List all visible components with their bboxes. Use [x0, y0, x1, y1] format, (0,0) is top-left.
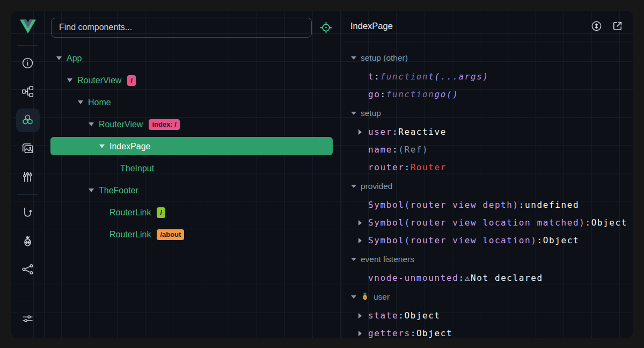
route-badge: index: /	[149, 119, 180, 130]
key-value-separator: :	[398, 310, 404, 321]
sidebar-divider	[17, 301, 38, 301]
component-name: TheInput	[120, 164, 154, 173]
section-expander-icon	[351, 185, 356, 188]
tree-row-routerlink[interactable]: RouterLink/about	[45, 223, 339, 245]
expander-closed-icon[interactable]	[358, 220, 368, 226]
section-expander-icon	[351, 56, 356, 60]
tree-row-thefooter[interactable]: TheFooter	[45, 179, 339, 201]
section-header-event-listeners[interactable]: event listeners	[351, 249, 633, 269]
open-in-editor-icon[interactable]	[611, 19, 624, 32]
expander-open-icon[interactable]	[88, 187, 94, 194]
section-label: provided	[361, 182, 392, 191]
component-name: RouterView	[77, 76, 121, 85]
expander-open-icon[interactable]	[67, 77, 73, 84]
vue-logo	[11, 11, 45, 42]
info-icon	[16, 52, 40, 75]
section-header-setup-other-[interactable]: setup (other)	[351, 48, 633, 68]
section-label: user	[374, 292, 390, 302]
state-value: Reactive	[398, 127, 447, 137]
graph-icon[interactable]	[11, 255, 45, 284]
state-row-router[interactable]: router : Router	[351, 158, 633, 176]
state-value: Not declared	[471, 273, 543, 283]
timeline-icon[interactable]	[11, 163, 45, 191]
component-tree-icon[interactable]	[11, 77, 45, 106]
section-expander-icon	[351, 295, 356, 299]
key-value-separator: :	[537, 235, 543, 245]
state-row-getters[interactable]: getters : Object	[351, 324, 633, 338]
key-value-separator: :	[519, 200, 525, 210]
expander-open-icon[interactable]	[77, 99, 84, 106]
locate-component-icon[interactable]	[319, 20, 333, 34]
tree-row-theinput[interactable]: TheInput	[45, 157, 339, 179]
state-value: Object	[591, 218, 627, 228]
state-row-user[interactable]: user : Reactive	[351, 123, 633, 141]
state-value: undefined	[525, 200, 579, 210]
state-key: Symbol(router view depth)	[368, 200, 519, 210]
assets-icon[interactable]	[11, 134, 45, 163]
tree-row-indexpage[interactable]: IndexPage	[45, 135, 339, 157]
state-row-symbol-router-view-depth-[interactable]: Symbol(router view depth) : undefined	[351, 196, 633, 214]
component-tree: AppRouterView/HomeRouterViewindex: /Inde…	[45, 44, 339, 338]
expander-open-icon[interactable]	[56, 55, 62, 62]
timeline-icon	[16, 165, 40, 189]
section-expander-icon	[351, 112, 356, 115]
state-row-symbol-router-view-location-matched-[interactable]: Symbol(router view location matched) : O…	[351, 214, 633, 231]
component-name: IndexPage	[109, 142, 151, 151]
inspected-component-title: IndexPage	[350, 21, 393, 31]
key-value-separator: :	[374, 71, 380, 82]
pinia-icon	[16, 229, 40, 253]
state-key: getters	[368, 328, 411, 338]
state-row-symbol-router-view-location-[interactable]: Symbol(router view location) : Object	[351, 231, 633, 249]
state-key: state	[368, 310, 398, 321]
tree-row-routerlink[interactable]: RouterLink/	[45, 201, 339, 223]
settings-icon[interactable]	[11, 305, 45, 333]
pinia-icon[interactable]	[11, 227, 45, 255]
component-tree-icon	[16, 80, 40, 104]
tree-row-home[interactable]: Home	[45, 91, 339, 113]
scroll-into-view-icon[interactable]	[590, 19, 603, 32]
state-inspector: setup (other)t : function t(...args)go :…	[343, 41, 633, 338]
tree-row-app[interactable]: App	[45, 47, 339, 69]
expander-closed-icon[interactable]	[358, 331, 368, 336]
component-name: RouterLink	[109, 230, 151, 240]
section-header-provided[interactable]: provided	[351, 176, 633, 196]
expander-closed-icon[interactable]	[358, 313, 368, 318]
state-row-go[interactable]: go : function go()	[351, 85, 633, 103]
panel-splitter[interactable]	[339, 11, 343, 338]
warning-icon: ⚠	[465, 273, 471, 283]
expander-placeholder	[99, 209, 105, 216]
state-value: t(...args)	[428, 71, 488, 82]
sidebar-divider	[17, 194, 38, 195]
state-row-name[interactable]: name : (Ref)	[351, 141, 633, 158]
info-icon[interactable]	[11, 49, 45, 77]
expander-open-icon[interactable]	[99, 143, 105, 150]
state-value: function	[380, 71, 428, 82]
state-value: Object	[404, 310, 440, 321]
component-name: RouterLink	[109, 208, 151, 218]
components-icon[interactable]	[11, 106, 45, 134]
key-value-separator: :	[404, 162, 410, 172]
state-key: Symbol(router view location matched)	[368, 218, 585, 228]
expander-open-icon[interactable]	[88, 121, 94, 128]
state-row-t[interactable]: t : function t(...args)	[351, 68, 633, 85]
section-expander-icon	[351, 258, 356, 261]
router-icon[interactable]	[11, 198, 45, 227]
state-key: name	[368, 144, 392, 155]
section-label: event listeners	[361, 255, 414, 264]
state-row-vnode-unmounted[interactable]: vnode-unmounted : ⚠ Not declared	[351, 269, 633, 287]
state-value: Router	[411, 162, 447, 172]
search-input[interactable]	[51, 18, 312, 38]
section-header-user[interactable]: user	[351, 287, 633, 307]
section-header-setup[interactable]: setup	[351, 103, 633, 123]
state-row-state[interactable]: state : Object	[351, 307, 633, 324]
components-icon	[16, 108, 40, 132]
expander-closed-icon[interactable]	[358, 129, 368, 135]
key-value-separator: :	[459, 273, 465, 283]
tree-row-routerview[interactable]: RouterView/	[45, 69, 339, 91]
expander-closed-icon[interactable]	[358, 238, 368, 243]
state-key: router	[368, 162, 404, 172]
activity-sidebar	[11, 11, 45, 338]
state-key: Symbol(router view location)	[368, 235, 537, 245]
vue-devtools-window: AppRouterView/HomeRouterViewindex: /Inde…	[11, 11, 633, 338]
tree-row-routerview[interactable]: RouterViewindex: /	[45, 113, 339, 135]
